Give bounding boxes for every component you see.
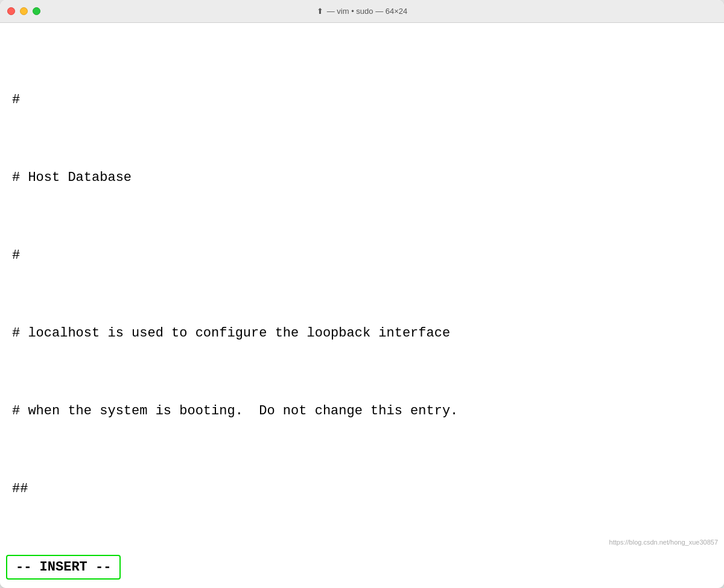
watermark-text: https://blog.csdn.net/hong_xue30857	[609, 539, 718, 546]
minimize-button[interactable]	[20, 7, 28, 15]
titlebar: ⬆ — vim • sudo — 64×24	[0, 0, 724, 23]
statusbar: -- INSERT --	[0, 552, 724, 588]
line-3: #	[12, 242, 712, 268]
line-1: #	[12, 87, 712, 113]
line-5: # when the system is booting. Do not cha…	[12, 398, 712, 424]
vim-window: ⬆ — vim • sudo — 64×24 # # Host Database…	[0, 0, 724, 588]
line-2: # Host Database	[12, 165, 712, 191]
title-text: — vim • sudo — 64×24	[327, 7, 408, 16]
window-title: ⬆ — vim • sudo — 64×24	[317, 7, 408, 16]
upload-icon: ⬆	[317, 7, 323, 16]
line-4: # localhost is used to configure the loo…	[12, 320, 712, 346]
traffic-lights	[7, 7, 40, 15]
editor-area[interactable]: # # Host Database # # localhost is used …	[0, 23, 724, 552]
close-button[interactable]	[7, 7, 15, 15]
line-6: ##	[12, 476, 712, 502]
code-content: # # Host Database # # localhost is used …	[12, 35, 712, 552]
insert-mode-badge: -- INSERT --	[6, 555, 121, 580]
maximize-button[interactable]	[33, 7, 40, 15]
